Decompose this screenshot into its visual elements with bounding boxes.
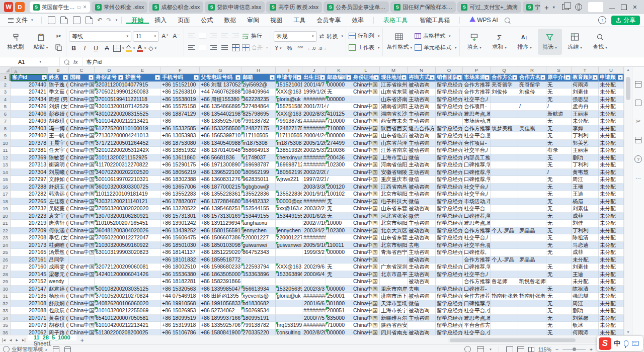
column-header-M[interactable]: M xyxy=(380,67,408,74)
cell[interactable]: 150269534 xyxy=(242,307,276,315)
cell[interactable]: +86 13053983 xyxy=(161,132,200,140)
cell[interactable] xyxy=(69,278,95,286)
cell[interactable]: +86 1598680233 xyxy=(200,263,242,271)
row-number[interactable]: 15 xyxy=(0,176,11,184)
cell[interactable]: 被动咨询 xyxy=(408,147,436,154)
cell[interactable]: hrq153199 xyxy=(276,322,302,329)
cell[interactable]: 无 xyxy=(546,89,572,96)
cell[interactable]: 无 xyxy=(546,286,572,293)
cell[interactable] xyxy=(491,191,518,198)
filter-button[interactable]: ▼ xyxy=(155,75,160,80)
cell[interactable]: 留学总经办 xyxy=(436,89,463,96)
cell[interactable]: 207088 xyxy=(11,307,48,315)
cell[interactable]: 无 xyxy=(326,271,352,279)
cell[interactable]: 未分配 xyxy=(599,249,624,256)
cell[interactable]: 社交平台,/ xyxy=(463,96,491,104)
formula-input[interactable]: 客户id xyxy=(82,57,102,66)
cell[interactable]: 季文茹 (女 xyxy=(48,89,69,96)
more-icon[interactable]: ⋯ xyxy=(635,175,641,182)
cell[interactable]: 271302200004241013 xyxy=(95,132,161,140)
ime-language-toggle[interactable]: 中 xyxy=(614,339,620,348)
cell[interactable] xyxy=(242,278,276,286)
cell[interactable]: 四川省南充 xyxy=(380,329,408,335)
cell[interactable]: 360481200304020026 xyxy=(95,227,161,235)
cell[interactable]: China中国 xyxy=(69,293,95,300)
cell[interactable]: 江西省南昌 xyxy=(380,184,408,191)
cell[interactable]: +86 1391129694 xyxy=(200,220,242,227)
cell[interactable]: 留学总经办 xyxy=(436,198,463,206)
cell[interactable]: 黄韦慧 xyxy=(572,169,599,177)
cell[interactable]: m1875308 xyxy=(242,140,276,147)
file-tab[interactable]: S公务员国企事业单… xyxy=(324,2,389,13)
cell[interactable]: 124827175 xyxy=(242,125,276,133)
column-header-R[interactable]: R xyxy=(518,67,546,74)
cell[interactable]: 000000 xyxy=(326,81,352,89)
file-menu-button[interactable]: 文件 ▾ xyxy=(4,16,37,25)
row-number[interactable]: 28 xyxy=(0,271,11,279)
clear-format-icon[interactable]: ◇▾ xyxy=(148,44,157,53)
cell[interactable]: 956613934 xyxy=(242,286,276,293)
cell[interactable]: 184482332 xyxy=(242,198,276,206)
cell[interactable]: 社交平台,/ xyxy=(463,147,491,154)
cell[interactable]: 610104200212213421 xyxy=(95,118,161,125)
filter-button[interactable]: ▼ xyxy=(89,75,94,80)
cell[interactable] xyxy=(276,278,302,286)
cell[interactable]: China中国 xyxy=(69,147,95,154)
cell[interactable]: 指南针张老 xyxy=(518,293,546,300)
header-cell[interactable]: 申请专用▼ xyxy=(276,74,302,81)
cell[interactable] xyxy=(518,234,546,242)
comma-format-icon[interactable]: ⁰⁰⁰ xyxy=(296,44,305,53)
cell[interactable]: 主动咨询 xyxy=(408,263,436,271)
cell[interactable]: 彭睿婧 (女 xyxy=(48,111,69,118)
cell[interactable]: 刘妍 (女) xyxy=(48,103,69,111)
cell[interactable]: China中国 xyxy=(352,263,380,271)
cell[interactable]: 留学总经办 xyxy=(436,263,463,271)
cell[interactable]: 留学总经办 xyxy=(436,125,463,133)
cell[interactable]: +86 1877000215 xyxy=(200,184,242,191)
cell[interactable]: 无 xyxy=(546,315,572,322)
cell[interactable]: bgbgbow@ xyxy=(242,184,276,191)
cell[interactable]: 无 xyxy=(546,198,572,206)
cell[interactable]: 180995191 xyxy=(242,315,276,322)
row-number[interactable]: 11 xyxy=(0,147,11,154)
cell[interactable]: +86 15536380 xyxy=(161,271,200,279)
cell[interactable]: 207440 xyxy=(11,81,48,89)
column-header-O[interactable]: O xyxy=(436,67,463,74)
cell[interactable]: 207073 xyxy=(11,322,48,329)
cell[interactable]: 无 xyxy=(546,329,572,335)
cell[interactable]: 广东省深圳 xyxy=(380,263,408,271)
cell[interactable]: XXX@163.c xyxy=(276,263,302,271)
cell[interactable]: 王瑞 xyxy=(572,184,599,191)
cell[interactable]: 1999/3/2 xyxy=(302,249,326,256)
cell[interactable]: 未分配 xyxy=(599,118,624,125)
cell[interactable]: 未分配 xyxy=(599,234,624,242)
cell[interactable]: 雅思考点,雅 xyxy=(463,111,491,118)
cell[interactable]: 口碑推荐,学 xyxy=(463,300,491,308)
row-number[interactable]: 32 xyxy=(0,300,11,308)
cell[interactable]: 社交平台,/ xyxy=(463,191,491,198)
cell[interactable]: 152544155 xyxy=(242,205,276,213)
cell[interactable]: 301800 xyxy=(326,300,352,308)
cell[interactable]: 未分配 xyxy=(599,271,624,279)
cell[interactable]: 文静如 (女 xyxy=(48,176,69,184)
cell[interactable]: China中国 xyxy=(69,307,95,315)
cell[interactable]: 207071 xyxy=(11,315,48,322)
cell[interactable]: 刘佳 xyxy=(572,220,599,227)
cell[interactable] xyxy=(518,220,546,227)
cell[interactable]: 无 xyxy=(546,322,572,329)
cell[interactable]: 亮哥留学 xyxy=(491,81,518,89)
cell[interactable]: +86 1971300890 xyxy=(200,161,242,169)
cell[interactable]: 合作方推荐 xyxy=(463,278,491,286)
cell[interactable] xyxy=(518,191,546,198)
cell[interactable]: 雅思考点,雅 xyxy=(463,315,491,322)
cell[interactable]: 未分配 xyxy=(572,256,599,264)
header-cell[interactable]: 国籍▼ xyxy=(69,74,95,81)
cell[interactable]: 110112200109181419 xyxy=(95,191,161,198)
cell[interactable]: 370105199411221118 xyxy=(95,96,161,104)
cell[interactable]: China中国 xyxy=(69,81,95,89)
cell[interactable]: 丁利利 xyxy=(572,161,599,169)
cell[interactable]: 吴佳祺 xyxy=(518,125,546,133)
menu-tab-视图[interactable]: 视图 xyxy=(265,17,288,24)
cell[interactable]: +86 15263810 xyxy=(161,89,200,96)
cell[interactable]: 留学总经办 xyxy=(436,213,463,220)
